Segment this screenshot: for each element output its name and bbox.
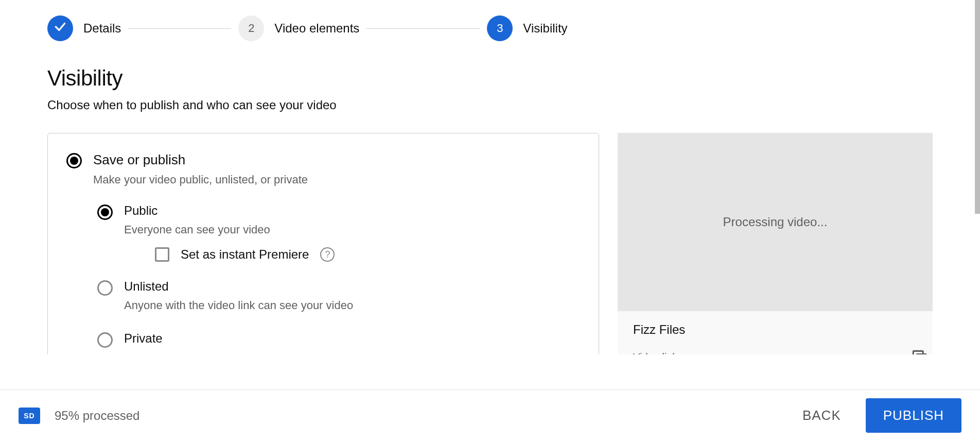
option-description: Everyone can see your video [124,221,335,238]
visibility-sub-options: Public Everyone can see your video Set a… [97,203,578,348]
group-description: Make your video public, unlisted, or pri… [93,171,308,188]
step-label: Visibility [523,21,567,36]
page-heading: Visibility Choose when to publish and wh… [0,41,980,112]
step-number-icon: 3 [487,15,513,41]
option-label: Public [124,203,335,218]
video-title: Fizz Files [633,323,917,337]
step-label: Details [83,21,121,36]
option-private[interactable]: Private [97,331,578,348]
option-description: Anyone with the video link can see your … [124,297,353,314]
footer-bar: SD 95% processed BACK PUBLISH [0,389,980,441]
visibility-options-card: Save or publish Make your video public, … [47,133,599,354]
group-desc-bold: private [274,173,308,186]
stepper: Details 2 Video elements 3 Visibility [0,0,980,41]
video-link-label: Video link [633,351,917,354]
step-connector [128,28,231,29]
step-video-elements[interactable]: 2 Video elements [238,15,359,41]
video-preview-panel: Processing video... Fizz Files Video lin… [618,133,933,354]
radio-save-or-publish[interactable] [66,153,82,168]
group-desc-text: , or [254,173,274,186]
option-public[interactable]: Public Everyone can see your video Set a… [97,203,578,262]
group-title: Save or publish [93,152,308,168]
radio-unlisted[interactable] [97,280,113,296]
option-unlisted[interactable]: Unlisted Anyone with the video link can … [97,279,578,314]
processing-text: Processing video... [723,215,828,229]
video-preview-meta: Fizz Files Video link [618,311,933,354]
radio-private[interactable] [97,332,113,348]
group-desc-text: , [209,173,215,186]
back-button[interactable]: BACK [789,400,854,431]
checkbox-premiere[interactable] [155,247,169,262]
group-desc-bold: unlisted [215,173,254,186]
help-icon[interactable]: ? [320,247,335,262]
premiere-row: Set as instant Premiere ? [155,247,335,262]
copy-icon[interactable] [910,348,930,354]
radio-public[interactable] [97,205,113,220]
option-label: Unlisted [124,279,353,294]
scrollbar[interactable] [975,0,980,214]
video-preview-placeholder: Processing video... [618,133,933,311]
group-desc-bold: public [180,173,209,186]
step-label: Video elements [274,21,359,36]
group-desc-text: Make your video [93,173,180,186]
page-subtitle: Choose when to publish and who can see y… [47,98,980,112]
step-connector [366,28,480,29]
sd-badge-icon: SD [19,408,40,424]
upload-progress-text: 95% processed [55,409,139,423]
option-label: Private [124,331,163,346]
step-details[interactable]: Details [47,15,121,41]
publish-button[interactable]: PUBLISH [866,398,961,433]
step-visibility[interactable]: 3 Visibility [487,15,567,41]
step-number-icon: 2 [238,15,264,41]
page-title: Visibility [47,66,980,91]
save-or-publish-group[interactable]: Save or publish Make your video public, … [66,152,578,188]
premiere-label: Set as instant Premiere [181,247,309,262]
check-icon [47,15,73,41]
